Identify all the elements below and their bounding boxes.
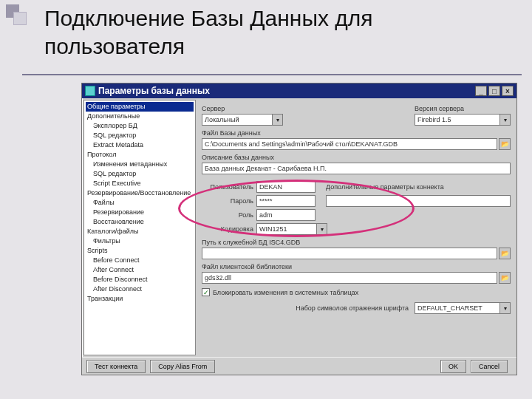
- chevron-down-icon[interactable]: ▾: [500, 302, 511, 314]
- ok-button[interactable]: OK: [440, 360, 466, 373]
- user-input[interactable]: DEKAN: [256, 181, 316, 193]
- server-label: Сервер: [202, 105, 415, 112]
- close-button[interactable]: ×: [502, 86, 514, 96]
- tree-item[interactable]: Транзакции: [86, 294, 194, 304]
- extra-params-label: Дополнительные параметры коннекта: [326, 183, 444, 191]
- tree-item[interactable]: Фильтры: [86, 236, 194, 246]
- check-icon: ✓: [203, 289, 209, 296]
- charset-label: Кодировка: [202, 225, 253, 233]
- clientlib-label: Файл клиентской библиотеки: [202, 263, 511, 270]
- version-label: Версия сервера: [415, 105, 511, 112]
- title-underline: [22, 74, 522, 75]
- tree-item[interactable]: SQL редактор: [86, 131, 194, 140]
- maximize-button[interactable]: □: [488, 86, 500, 96]
- tree-item[interactable]: Резервирование: [86, 208, 194, 217]
- tree-item[interactable]: Восстановление: [86, 217, 194, 227]
- tree-item[interactable]: Before Connect: [86, 256, 194, 265]
- tree-item-selected[interactable]: Общие параметры: [86, 102, 194, 112]
- window-title: Параметры базы данных: [98, 86, 474, 96]
- test-connect-button[interactable]: Тест коннекта: [86, 360, 146, 373]
- tree-item[interactable]: Резервирование/Восстановление: [86, 188, 194, 198]
- tree-item[interactable]: Дополнительные: [86, 112, 194, 121]
- password-label: Пароль: [202, 197, 253, 205]
- browse-button[interactable]: 📂: [499, 248, 511, 259]
- clientlib-input[interactable]: gds32.dll: [202, 272, 497, 284]
- desc-label: Описание базы данных: [202, 154, 511, 161]
- tree-item[interactable]: After Connect: [86, 265, 194, 275]
- extra-params-input[interactable]: [326, 195, 511, 207]
- tree-item[interactable]: Before Disconnect: [86, 275, 194, 284]
- udf-input[interactable]: [202, 248, 497, 259]
- desc-input[interactable]: База данных Деканат - Сарибаева Н.П.: [202, 163, 511, 174]
- role-input[interactable]: adm: [256, 209, 316, 221]
- browse-button[interactable]: 📂: [499, 272, 511, 284]
- tree-item[interactable]: Протокол: [86, 150, 194, 160]
- font-charset-combo[interactable]: DEFAULT_CHARSET: [415, 302, 500, 314]
- tree-item[interactable]: Каталоги/файлы: [86, 227, 194, 236]
- dbfile-label: Файл Базы данных: [202, 129, 511, 137]
- chevron-down-icon[interactable]: ▾: [317, 223, 327, 235]
- user-label: Пользователь: [202, 183, 253, 191]
- dbfile-input[interactable]: C:\Documents and Settings\admin\Рабочий …: [202, 138, 497, 150]
- chevron-down-icon[interactable]: ▾: [500, 114, 511, 126]
- slide-decoration: [6, 4, 27, 25]
- titlebar: Параметры базы данных _ □ ×: [82, 83, 516, 98]
- password-input[interactable]: *****: [256, 195, 316, 207]
- charset-combo[interactable]: WIN1251: [256, 223, 317, 235]
- dialog-body: Общие параметры Дополнительные Эксплорер…: [82, 98, 516, 357]
- browse-button[interactable]: 📂: [499, 138, 511, 150]
- role-label: Роль: [202, 211, 253, 219]
- app-icon: [85, 86, 95, 96]
- dialog-window: Параметры базы данных _ □ × Общие параме…: [81, 83, 517, 375]
- tree-item[interactable]: Эксплорер БД: [86, 121, 194, 131]
- form-panel: Сервер Локальный ▾ Версия сервера Firebi…: [197, 100, 515, 355]
- minimize-button[interactable]: _: [475, 86, 487, 96]
- tree-item[interactable]: SQL редактор: [86, 169, 194, 179]
- lock-checkbox-label: Блокировать изменения в системных таблиц…: [213, 289, 358, 296]
- tree-item[interactable]: Script Executive: [86, 179, 194, 188]
- tree-item[interactable]: Файлы: [86, 198, 194, 208]
- udf-label: Путь к служебной БД ISC4.GDB: [202, 239, 511, 246]
- server-combo[interactable]: Локальный: [202, 114, 273, 126]
- button-bar: Тест коннекта Copy Alias From OK Cancel: [82, 357, 516, 375]
- tree-item[interactable]: After Disconnect: [86, 284, 194, 294]
- copy-alias-button[interactable]: Copy Alias From: [150, 360, 215, 373]
- tree-item[interactable]: Extract Metadata: [86, 140, 194, 150]
- tree-item[interactable]: Scripts: [86, 246, 194, 256]
- settings-tree[interactable]: Общие параметры Дополнительные Эксплорер…: [83, 100, 196, 355]
- lock-checkbox[interactable]: ✓: [202, 288, 210, 296]
- tree-item[interactable]: Изменения метаданных: [86, 160, 194, 169]
- font-charset-label: Набор символов отражения шрифта: [296, 304, 409, 312]
- page-title: Подключение Базы Данных для пользователя: [44, 4, 517, 60]
- chevron-down-icon[interactable]: ▾: [273, 114, 283, 126]
- version-combo[interactable]: Firebird 1.5: [415, 114, 500, 126]
- cancel-button[interactable]: Cancel: [471, 360, 508, 373]
